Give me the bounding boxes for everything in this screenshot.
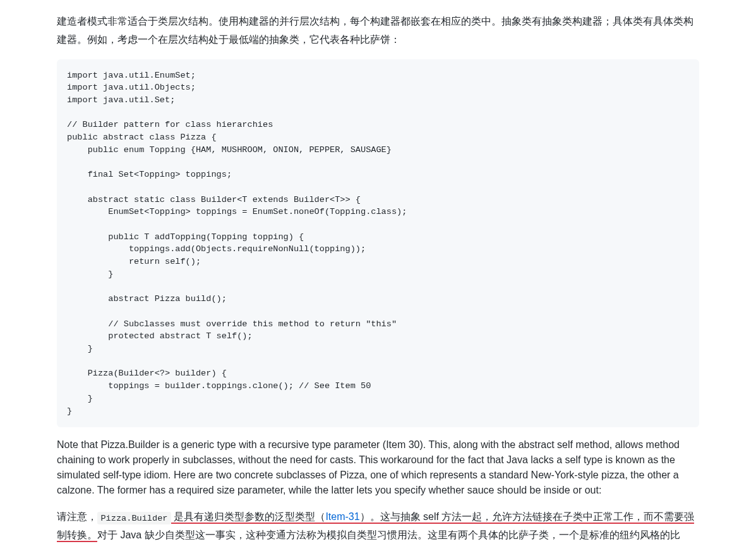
closing-prefix: 请注意， <box>57 511 97 522</box>
code-block: import java.util.EnumSet; import java.ut… <box>57 59 699 428</box>
closing-paragraph-cn: 请注意，Pizza.Builder 是具有递归类型参数的泛型类型（Item-31… <box>57 508 699 544</box>
intro-paragraph-cn: 建造者模式非常适合于类层次结构。使用构建器的并行层次结构，每个构建器都嵌套在相应… <box>57 13 699 49</box>
english-paragraph: Note that Pizza.Builder is a generic typ… <box>57 437 699 498</box>
code-content: import java.util.EnumSet; import java.ut… <box>67 69 689 418</box>
item-31-link[interactable]: Item-31 <box>325 511 359 524</box>
closing-highlight-part1: 是具有递归类型参数的泛型类型（ <box>171 511 325 524</box>
closing-remainder: 对于 Java 缺少自类型这一事实，这种变通方法称为模拟自类型习惯用法。这里有两… <box>57 529 680 544</box>
inline-code-pizza-builder: Pizza.Builder <box>97 512 171 524</box>
